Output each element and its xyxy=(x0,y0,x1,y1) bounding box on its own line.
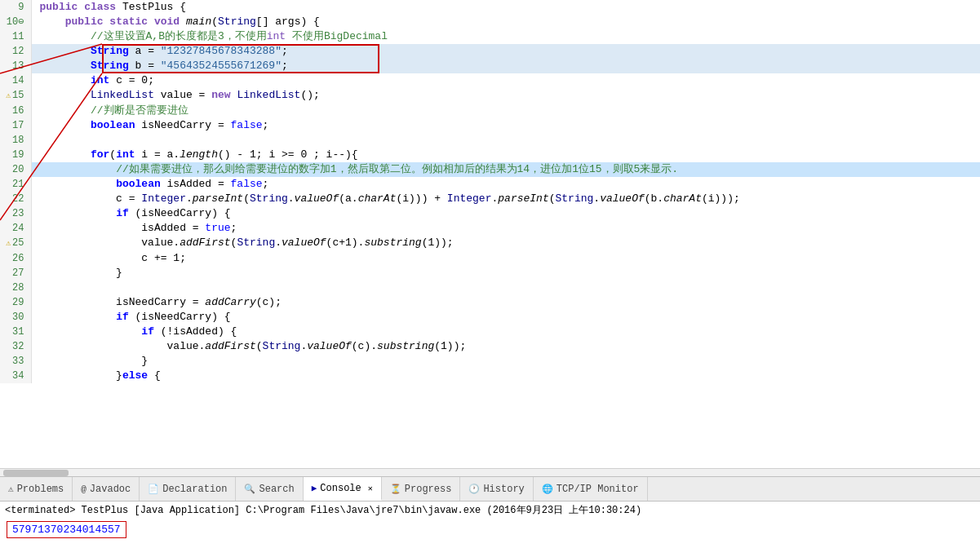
tab-tcpip[interactable]: 🌐 TCP/IP Monitor xyxy=(534,477,648,501)
tab-history[interactable]: 🕐 History xyxy=(460,477,533,501)
table-row: 14 int c = 0; xyxy=(0,73,980,88)
table-row: 34 }else { xyxy=(0,369,980,383)
code-line: boolean isNeedCarry = false; xyxy=(31,118,980,133)
line-number: 13 xyxy=(0,59,31,73)
line-number: 11 xyxy=(0,29,31,44)
console-output-wrapper: 57971370234014557 xyxy=(0,519,980,541)
code-line: int c = 0; xyxy=(31,73,980,88)
code-line: public class TestPlus { xyxy=(31,0,980,15)
table-row: 20 //如果需要进位，那么则给需要进位的数字加1，然后取第二位。例如相加后的结… xyxy=(0,162,980,177)
line-number: 33 xyxy=(0,354,31,369)
console-terminated-text: <terminated> TestPlus [Java Application]… xyxy=(5,505,641,516)
tab-console[interactable]: ▶ Console ✕ xyxy=(304,477,382,501)
table-row: 33 } xyxy=(0,354,980,369)
search-icon: 🔍 xyxy=(244,484,255,494)
tab-javadoc-label: Javadoc xyxy=(90,484,131,495)
table-row: 26 c += 1; xyxy=(0,251,980,266)
table-row: 28 xyxy=(0,281,980,295)
line-number: 24 xyxy=(0,221,31,236)
code-line: }else { xyxy=(31,369,980,383)
table-row: 25 value.addFirst(String.valueOf(c+1).su… xyxy=(0,236,980,251)
console-icon: ▶ xyxy=(312,483,317,493)
code-line: c = Integer.parseInt(String.valueOf(a.ch… xyxy=(31,192,980,206)
horizontal-scrollbar[interactable] xyxy=(0,468,980,476)
tab-javadoc[interactable]: @ Javadoc xyxy=(73,477,140,501)
line-number: 28 xyxy=(0,281,31,295)
javadoc-icon: @ xyxy=(81,484,86,494)
table-row: 17 boolean isNeedCarry = false; xyxy=(0,118,980,133)
table-row: 22 c = Integer.parseInt(String.valueOf(a… xyxy=(0,192,980,206)
tab-declaration[interactable]: 📄 Declaration xyxy=(140,477,236,501)
line-number: 22 xyxy=(0,192,31,206)
code-line: boolean isAdded = false; xyxy=(31,177,980,192)
tcpip-icon: 🌐 xyxy=(542,484,553,494)
line-number: 34 xyxy=(0,369,31,383)
tab-console-label: Console xyxy=(320,483,361,494)
code-line: String a = "12327845678343288"; xyxy=(31,44,980,59)
table-row: 13 String b = "45643524555671269"; xyxy=(0,59,980,73)
table-row: 29 isNeedCarry = addCarry(c); xyxy=(0,295,980,310)
line-number: 19 xyxy=(0,148,31,162)
line-number: 29 xyxy=(0,295,31,310)
code-line: } xyxy=(31,354,980,369)
line-number: 23 xyxy=(0,206,31,221)
console-output: 57971370234014557 xyxy=(7,521,126,538)
console-area: <terminated> TestPlus [Java Application]… xyxy=(0,501,980,548)
line-number: 25 xyxy=(0,236,31,251)
line-number: 31 xyxy=(0,325,31,339)
table-row: 21 boolean isAdded = false; xyxy=(0,177,980,192)
tab-problems[interactable]: ⚠ Problems xyxy=(0,477,73,501)
code-line: value.addFirst(String.valueOf(c).substri… xyxy=(31,339,980,354)
code-line: //这里设置A,B的长度都是3，不使用int 不使用BigDecimal xyxy=(31,29,980,44)
line-number: 26 xyxy=(0,251,31,266)
line-number: 9 xyxy=(0,0,31,15)
scrollbar-thumb[interactable] xyxy=(3,470,69,476)
code-line: } xyxy=(31,266,980,281)
tab-declaration-label: Declaration xyxy=(162,484,227,495)
code-line: isAdded = true; xyxy=(31,221,980,236)
code-line: //如果需要进位，那么则给需要进位的数字加1，然后取第二位。例如相加后的结果为1… xyxy=(31,162,980,177)
table-row: 18 xyxy=(0,133,980,148)
line-number: 16 xyxy=(0,104,31,118)
tab-search[interactable]: 🔍 Search xyxy=(236,477,303,501)
code-table: 9 public class TestPlus { 10⊖ public sta… xyxy=(0,0,980,383)
code-line: if (isNeedCarry) { xyxy=(31,206,980,221)
code-line: if (isNeedCarry) { xyxy=(31,310,980,325)
table-row: 32 value.addFirst(String.valueOf(c).subs… xyxy=(0,339,980,354)
table-row: 16 //判断是否需要进位 xyxy=(0,104,980,118)
code-line: c += 1; xyxy=(31,251,980,266)
tab-tcpip-label: TCP/IP Monitor xyxy=(557,484,639,495)
code-line: //判断是否需要进位 xyxy=(31,104,980,118)
code-line: isNeedCarry = addCarry(c); xyxy=(31,295,980,310)
line-number: 14 xyxy=(0,73,31,88)
table-row: 27 } xyxy=(0,266,980,281)
code-scroll[interactable]: 9 public class TestPlus { 10⊖ public sta… xyxy=(0,0,980,468)
table-row: 31 if (!isAdded) { xyxy=(0,325,980,339)
code-line: public static void main(String[] args) { xyxy=(31,15,980,29)
table-row: 19 for(int i = a.length() - 1; i >= 0 ; … xyxy=(0,148,980,162)
table-row: 10⊖ public static void main(String[] arg… xyxy=(0,15,980,29)
line-number: 20 xyxy=(0,162,31,177)
tab-history-label: History xyxy=(483,484,524,495)
table-row: 30 if (isNeedCarry) { xyxy=(0,310,980,325)
code-line xyxy=(31,281,980,295)
table-row: 24 isAdded = true; xyxy=(0,221,980,236)
console-close-icon[interactable]: ✕ xyxy=(368,484,373,493)
progress-icon: ⏳ xyxy=(390,484,401,494)
editor-area: 9 public class TestPlus { 10⊖ public sta… xyxy=(0,0,980,476)
line-number: 10⊖ xyxy=(0,15,31,29)
line-number: 18 xyxy=(0,133,31,148)
tab-problems-label: Problems xyxy=(17,484,64,495)
table-row: 23 if (isNeedCarry) { xyxy=(0,206,980,221)
line-number: 21 xyxy=(0,177,31,192)
code-line: LinkedList value = new LinkedList(); xyxy=(31,88,980,104)
tab-search-label: Search xyxy=(259,484,294,495)
code-line: for(int i = a.length() - 1; i >= 0 ; i--… xyxy=(31,148,980,162)
table-row: 12 String a = "12327845678343288"; xyxy=(0,44,980,59)
tab-progress[interactable]: ⏳ Progress xyxy=(382,477,461,501)
history-icon: 🕐 xyxy=(468,484,480,494)
code-line: String b = "45643524555671269"; xyxy=(31,59,980,73)
code-line xyxy=(31,133,980,148)
line-number: 12 xyxy=(0,44,31,59)
table-row: 15 LinkedList value = new LinkedList(); xyxy=(0,88,980,104)
